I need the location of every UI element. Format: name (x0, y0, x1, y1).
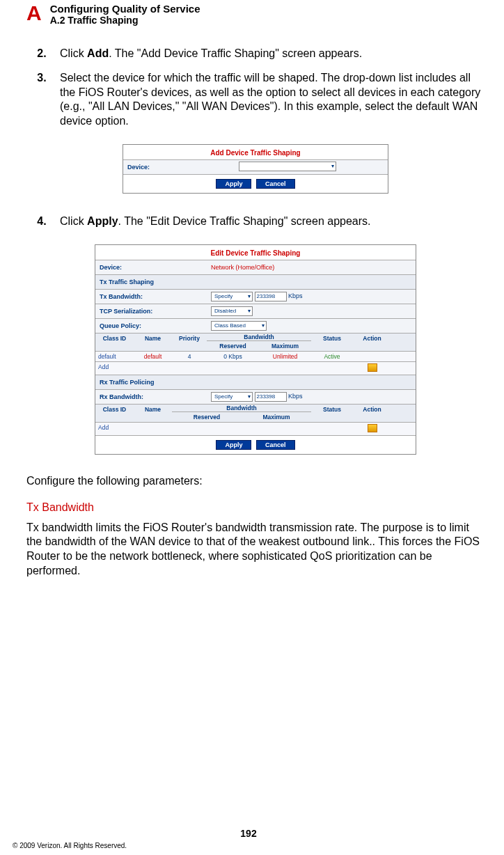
step-list-cont: Click Apply. The "Edit Device Traffic Sh… (26, 214, 485, 229)
step-4: Click Apply. The "Edit Device Traffic Sh… (56, 214, 485, 229)
tx-bw-input[interactable]: 233398 (255, 292, 287, 301)
tx-bw-unit: Kbps (288, 292, 303, 299)
step-list: Click Add. The "Add Device Traffic Shapi… (26, 47, 485, 129)
device-label: Device: (127, 164, 211, 171)
tx-bw-select[interactable]: Specify (211, 292, 253, 301)
tx-bw-label: Tx Bandwidth: (100, 293, 183, 300)
rx-bw-label: Rx Bandwidth: (100, 393, 183, 400)
page-header: A Configuring Quality of Service A.2 Tra… (26, 3, 485, 26)
add-icon[interactable] (368, 363, 377, 372)
step-2: Click Add. The "Add Device Traffic Shapi… (56, 47, 485, 61)
rx-bw-select[interactable]: Specify (211, 392, 253, 402)
panel-a-title: Add Device Traffic Shaping (123, 145, 388, 159)
add-device-panel: Add Device Traffic Shaping Device: Apply… (123, 144, 388, 194)
tx-section: Tx Traffic Shaping (100, 279, 154, 285)
queue-select[interactable]: Class Based (211, 321, 267, 331)
header-subtitle: A.2 Traffic Shaping (50, 15, 200, 26)
tx-add-row: Add (95, 361, 416, 375)
tx-table-head: Class ID Name Priority Bandwidth Reserve… (95, 333, 416, 351)
device-value: Network (Home/Office) (183, 264, 411, 271)
device-select[interactable] (239, 162, 336, 171)
cancel-button[interactable]: Cancel (256, 179, 295, 189)
tx-row-default: default default 4 0 Kbps Unlimited Activ… (95, 351, 416, 361)
tcp-label: TCP Serialization: (100, 308, 183, 315)
rx-bw-unit: Kbps (288, 393, 303, 400)
configure-intro: Configure the following parameters: (26, 474, 485, 489)
copyright: © 2009 Verizon. All Rights Reserved. (13, 842, 485, 849)
rx-bw-input[interactable]: 233398 (255, 392, 287, 402)
rx-add-row: Add (95, 422, 416, 435)
queue-label: Queue Policy: (100, 322, 183, 329)
tx-bandwidth-heading: Tx Bandwidth (26, 501, 485, 514)
step-3: Select the device for which the traffic … (56, 71, 485, 129)
appendix-letter: A (26, 3, 42, 24)
page-footer: 192 © 2009 Verizon. All Rights Reserved. (0, 828, 504, 849)
panel-b-title: Edit Device Traffic Shaping (95, 245, 416, 260)
add-link[interactable]: Add (95, 423, 134, 435)
apply-button[interactable]: Apply (216, 179, 251, 189)
cancel-button[interactable]: Cancel (256, 440, 295, 450)
tcp-select[interactable]: Disabled (211, 306, 253, 316)
rx-section: Rx Traffic Policing (100, 379, 155, 386)
tx-bandwidth-para: Tx bandwidth limits the FiOS Router's ba… (26, 521, 485, 579)
add-link[interactable]: Add (95, 362, 134, 375)
device-label: Device: (100, 264, 183, 271)
add-icon[interactable] (368, 424, 377, 432)
apply-button[interactable]: Apply (216, 440, 251, 450)
rx-table-head: Class ID Name Bandwidth Reserved Maximum… (95, 404, 416, 422)
edit-device-panel: Edit Device Traffic Shaping Device: Netw… (95, 244, 416, 455)
header-title: Configuring Quality of Service (50, 3, 200, 15)
page-number: 192 (13, 828, 485, 839)
